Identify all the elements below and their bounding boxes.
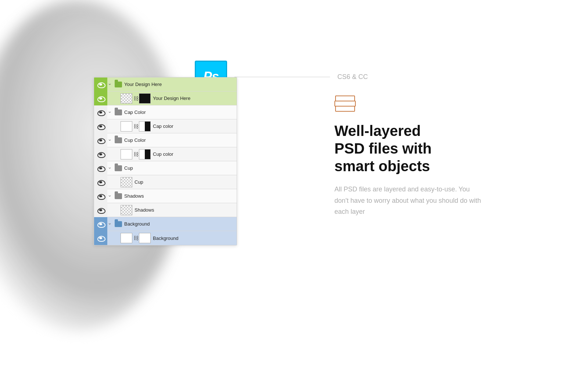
layer-row-cap-color-group[interactable]: Cap Color <box>94 105 237 119</box>
layer-name-cup-layer: Cup <box>135 179 234 185</box>
eye-icon <box>97 152 104 157</box>
eye-visibility-cup-layer[interactable] <box>94 175 107 189</box>
folder-icon <box>115 193 122 199</box>
layer-name-cap-color-layer: Cap color <box>153 123 234 129</box>
layer-thumb-content <box>121 93 132 104</box>
layer-name-shadows-group: Shadows <box>124 193 234 199</box>
layer-thumb-mask <box>139 93 151 104</box>
eye-visibility-background-layer[interactable] <box>94 231 107 245</box>
eye-visibility-cup-group[interactable] <box>94 161 107 175</box>
eye-icon <box>97 124 104 129</box>
eye-icon <box>97 222 104 226</box>
link-icon: ⛓ <box>133 96 138 101</box>
chevron-icon <box>107 166 112 171</box>
link-icon: ⛓ <box>133 123 138 129</box>
layer-thumb-mask <box>139 121 151 132</box>
eye-icon <box>97 110 104 115</box>
layer-thumb-mask <box>139 149 151 159</box>
folder-icon <box>115 137 122 143</box>
layer-name-cup-color-layer: Cup color <box>153 151 234 157</box>
thumb-group <box>121 205 132 215</box>
chevron-icon <box>107 222 112 227</box>
layer-row-cap-color-layer[interactable]: ⛓ Cap color <box>94 119 237 133</box>
layer-row-background-group[interactable]: Background <box>94 217 237 231</box>
eye-visibility-shadows-layer[interactable] <box>94 203 107 217</box>
layer-thumb-content <box>121 149 132 159</box>
eye-icon <box>97 166 104 170</box>
eye-icon <box>97 208 104 212</box>
layer-row-cup-layer[interactable]: Cup <box>94 175 237 189</box>
eye-visibility-cap-color-layer[interactable] <box>94 119 107 133</box>
eye-visibility-your-design-group[interactable] <box>94 78 107 91</box>
thumb-group: ⛓ <box>121 149 151 159</box>
chevron-icon <box>107 194 112 199</box>
layer-row-shadows-layer[interactable]: Shadows <box>94 203 237 217</box>
stack-layer-bot <box>335 106 355 112</box>
layer-name-cap-color-group: Cap Color <box>124 109 234 115</box>
chevron-icon <box>107 110 112 115</box>
eye-visibility-background-group[interactable] <box>94 217 107 231</box>
layer-name-cup-color-group: Cup Color <box>124 137 234 143</box>
link-icon: ⛓ <box>133 151 138 157</box>
link-icon: ⛓ <box>133 235 138 241</box>
folder-icon <box>115 221 122 227</box>
layers-panel: Your Design Here ⛓ Your Design Here Cap … <box>94 77 237 245</box>
folder-icon <box>115 82 122 87</box>
main-description: All PSD files are layered and easy-to-us… <box>334 184 481 217</box>
layer-thumb-content <box>121 121 132 132</box>
layer-thumb-content <box>121 177 132 187</box>
chevron-icon <box>107 82 112 87</box>
layer-name-shadows-layer: Shadows <box>135 207 234 213</box>
chevron-icon <box>107 138 112 143</box>
layer-thumb-content <box>121 233 132 243</box>
layer-row-cup-color-layer[interactable]: ⛓ Cup color <box>94 147 237 161</box>
right-panel: Well-layeredPSD files withsmart objects … <box>312 0 588 392</box>
eye-visibility-your-design-layer[interactable] <box>94 91 107 105</box>
folder-icon <box>115 109 122 115</box>
layer-row-cup-group[interactable]: Cup <box>94 161 237 175</box>
main-heading: Well-layeredPSD files withsmart objects <box>334 122 432 175</box>
layer-thumb-content <box>121 205 132 215</box>
folder-icon <box>115 165 122 171</box>
layer-name-your-design-layer: Your Design Here <box>153 96 234 101</box>
layer-row-your-design-layer[interactable]: ⛓ Your Design Here <box>94 91 237 105</box>
layer-name-background-layer: Background <box>153 235 234 241</box>
eye-icon <box>97 82 104 87</box>
eye-icon <box>97 236 104 240</box>
layer-row-cup-color-group[interactable]: Cup Color <box>94 133 237 147</box>
eye-visibility-cup-color-group[interactable] <box>94 133 107 147</box>
layer-row-shadows-group[interactable]: Shadows <box>94 189 237 203</box>
eye-visibility-shadows-group[interactable] <box>94 189 107 203</box>
eye-visibility-cap-color-group[interactable] <box>94 105 107 119</box>
eye-icon <box>97 180 104 184</box>
thumb-group: ⛓ <box>121 93 151 104</box>
layers-stack-icon <box>334 96 356 114</box>
eye-icon <box>97 96 104 101</box>
eye-visibility-cup-color-layer[interactable] <box>94 147 107 161</box>
thumb-group <box>121 177 132 187</box>
layers-icon-area <box>334 96 356 114</box>
eye-icon <box>97 194 104 198</box>
layer-thumb-mask <box>139 233 151 243</box>
eye-icon <box>97 138 104 143</box>
thumb-group: ⛓ <box>121 121 151 132</box>
layer-row-your-design-group[interactable]: Your Design Here <box>94 78 237 91</box>
layer-name-cup-group: Cup <box>124 165 234 171</box>
layer-name-your-design-group: Your Design Here <box>124 82 234 87</box>
layer-row-background-layer[interactable]: ⛓ Background <box>94 231 237 245</box>
thumb-group: ⛓ <box>121 233 151 243</box>
layer-name-background-group: Background <box>124 221 234 227</box>
